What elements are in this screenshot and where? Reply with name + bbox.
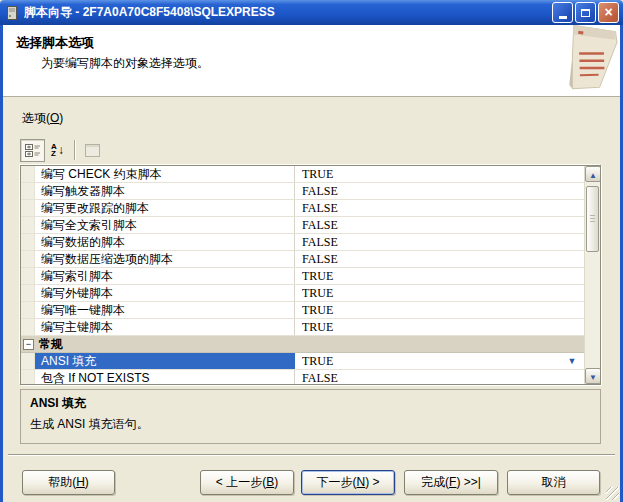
window-controls: × [550,2,619,23]
property-name[interactable]: 编写外键脚本 [35,285,295,301]
button-mnemonic: B [266,475,274,489]
resize-grip[interactable] [606,487,619,500]
property-row[interactable]: 编写触发器脚本 FALSE [21,183,584,200]
vertical-scrollbar[interactable]: ▲ ▼ [584,166,600,384]
page-subtitle: 为要编写脚本的对象选择选项。 [41,55,209,72]
scroll-up-icon: ▲ [589,171,597,180]
row-indent [21,200,35,216]
collapse-glyph: − [26,339,31,349]
property-grid-toolbar: AZ ↓ [20,138,105,162]
property-value[interactable]: FALSE [295,217,584,233]
script-scroll-image [552,25,618,95]
title-bar[interactable]: 脚本向导 - 2F7A0A70C8F5408\SQLEXPRESS × [0,0,623,25]
options-mnemonic: O [50,111,59,125]
property-name[interactable]: 编写数据压缩选项的脚本 [35,251,295,267]
row-indent [21,166,35,182]
property-row[interactable]: 编写外键脚本 TRUE [21,285,584,302]
toolbar-separator [74,140,76,160]
options-label: 选项(O) [22,110,63,127]
property-value[interactable]: TRUE [295,302,584,318]
property-row[interactable]: 编写更改跟踪的脚本 FALSE [21,200,584,217]
property-row[interactable]: 包含 If NOT EXISTS FALSE [21,370,584,385]
property-value[interactable]: FALSE [295,370,584,385]
property-row-selected[interactable]: ANSI 填充 TRUE ▼ [21,353,584,370]
property-value[interactable]: TRUE [295,166,584,182]
property-name[interactable]: 编写 CHECK 约束脚本 [35,166,295,182]
row-indent [21,319,35,335]
property-name[interactable]: 编写全文索引脚本 [35,217,295,233]
page-title: 选择脚本选项 [16,34,94,52]
property-value[interactable]: FALSE [295,200,584,216]
scroll-down-button[interactable]: ▼ [585,368,601,384]
sort-alphabetical-button[interactable]: AZ ↓ [45,139,70,162]
button-label: 完成( [421,475,449,489]
finish-button[interactable]: 完成(F) >>| [404,470,498,495]
row-indent [21,234,35,250]
property-name[interactable]: 编写触发器脚本 [35,183,295,199]
button-label: ) [85,475,89,489]
help-button[interactable]: 帮助(H) [22,470,115,495]
row-indent [21,370,35,385]
window-icon [4,5,20,21]
property-pages-button [80,139,105,162]
property-name[interactable]: ANSI 填充 [35,353,295,369]
property-value[interactable]: TRUE [295,285,584,301]
scroll-up-button[interactable]: ▲ [585,166,601,182]
property-row[interactable]: 编写唯一键脚本 TRUE [21,302,584,319]
scrollbar-thumb[interactable] [586,186,599,252]
close-icon: × [604,3,612,22]
button-mnemonic: H [76,475,85,489]
property-value[interactable]: FALSE [295,251,584,267]
footer-separator [8,454,615,456]
row-indent [21,217,35,233]
window-title: 脚本向导 - 2F7A0A70C8F5408\SQLEXPRESS [24,4,550,21]
script-wizard-window: 脚本向导 - 2F7A0A70C8F5408\SQLEXPRESS × 选择脚本… [0,0,623,502]
button-label: < 上一步( [216,475,266,489]
options-label-text: ) [59,111,63,125]
property-value[interactable]: TRUE [295,319,584,335]
property-row[interactable]: 编写全文索引脚本 FALSE [21,217,584,234]
property-row[interactable]: 编写 CHECK 约束脚本 TRUE [21,166,584,183]
property-name[interactable]: 包含 If NOT EXISTS [35,370,295,385]
property-name[interactable]: 编写索引脚本 [35,268,295,284]
property-value[interactable]: FALSE [295,234,584,250]
back-button[interactable]: < 上一步(B) [200,470,294,495]
minimize-icon [559,16,567,19]
property-name[interactable]: 编写唯一键脚本 [35,302,295,318]
maximize-button[interactable] [575,2,596,23]
maximize-icon [581,9,590,17]
next-button[interactable]: 下一步(N) > [301,470,395,495]
options-label-text: 选项( [22,111,50,125]
property-row[interactable]: 编写数据的脚本 FALSE [21,234,584,251]
collapse-icon[interactable]: − [23,339,34,350]
row-indent [21,251,35,267]
description-text: 生成 ANSI 填充语句。 [30,416,591,433]
property-value[interactable]: TRUE [295,268,584,284]
property-value[interactable]: FALSE [295,183,584,199]
property-row[interactable]: 编写索引脚本 TRUE [21,268,584,285]
minimize-button[interactable] [552,2,573,23]
row-indent [21,268,35,284]
button-label: 下一步( [316,475,356,489]
categorized-icon [25,143,41,157]
property-row[interactable]: 编写主键脚本 TRUE [21,319,584,336]
chevron-down-icon: ▼ [568,356,577,366]
button-label: 帮助( [48,475,76,489]
scroll-down-icon: ▼ [589,373,597,382]
button-label: 取消 [542,475,566,489]
property-value[interactable]: TRUE [295,353,584,369]
category-row[interactable]: − 常规 [21,336,584,353]
sort-alphabetical-icon: AZ ↓ [51,143,64,157]
property-name[interactable]: 编写主键脚本 [35,319,295,335]
property-name[interactable]: 编写更改跟踪的脚本 [35,200,295,216]
value-dropdown-button[interactable]: ▼ [564,353,580,369]
property-grid: 编写 CHECK 约束脚本 TRUE 编写触发器脚本 FALSE 编写更改跟踪的… [20,165,601,385]
categorized-button[interactable] [20,139,45,162]
property-rows: 编写 CHECK 约束脚本 TRUE 编写触发器脚本 FALSE 编写更改跟踪的… [21,166,584,385]
property-row[interactable]: 编写数据压缩选项的脚本 FALSE [21,251,584,268]
property-name[interactable]: 编写数据的脚本 [35,234,295,250]
window-frame-left [0,25,3,502]
close-button[interactable]: × [598,2,619,23]
cancel-button[interactable]: 取消 [507,470,600,495]
row-indent [21,302,35,318]
